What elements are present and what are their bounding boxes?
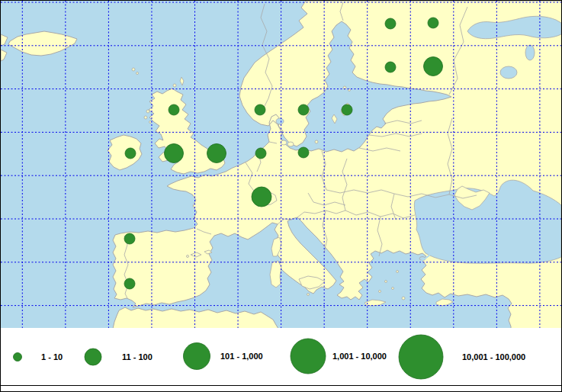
legend-label-4: 10,001 - 100,000 <box>462 352 525 361</box>
island-faroe <box>132 68 135 71</box>
legend-canvas: 1 - 1011 - 100101 - 1,0001,001 - 10,0001… <box>1 328 561 385</box>
island-hebrides3 <box>149 121 152 124</box>
record-symbol-baltic-gotland <box>342 104 352 115</box>
legend-label-0: 1 - 10 <box>41 352 63 361</box>
record-symbol-spain-northwest <box>124 233 135 244</box>
record-symbol-finland-north <box>385 18 396 29</box>
island-malta <box>307 294 310 296</box>
record-symbol-germany-north <box>298 147 309 158</box>
legend: 1 - 1011 - 100101 - 1,0001,001 - 10,0001… <box>1 328 561 386</box>
island-aegean4 <box>397 271 399 273</box>
island-hebrides2 <box>144 116 147 119</box>
record-symbol-russia-kola <box>428 18 438 28</box>
record-symbol-scotland <box>169 104 179 115</box>
island-aegean1 <box>385 281 387 283</box>
record-symbol-ireland <box>125 148 136 159</box>
legend-symbol-3 <box>291 339 326 374</box>
lake-onega <box>525 45 535 60</box>
island-ibiza <box>187 255 189 258</box>
island-faroe2 <box>136 72 139 75</box>
legend-label-2: 101 - 1,000 <box>220 352 263 361</box>
island-rhodes <box>402 297 405 300</box>
legend-symbol-0 <box>14 353 22 361</box>
record-symbol-switzerland <box>252 187 271 207</box>
map-area <box>1 1 561 328</box>
island-aegean2 <box>392 288 394 290</box>
lake-vanern <box>276 118 284 124</box>
record-symbol-england-southeast <box>207 144 226 163</box>
island-hebrides1 <box>146 110 149 113</box>
legend-label-1: 11 - 100 <box>122 352 153 361</box>
island-sardinia <box>270 261 281 288</box>
island-zealand <box>281 140 287 145</box>
island-orkney <box>173 84 176 87</box>
record-symbol-norway-south <box>255 104 265 115</box>
legend-label-3: 1,001 - 10,000 <box>332 352 387 361</box>
record-symbol-finland-south <box>385 62 396 72</box>
record-symbol-sweden-south <box>298 104 309 115</box>
map-frame: 1 - 1011 - 100101 - 1,0001,001 - 10,0001… <box>0 0 562 392</box>
island-aegean3 <box>379 291 381 293</box>
island-bornholm <box>315 140 318 143</box>
legend-symbol-1 <box>85 349 101 365</box>
legend-symbol-2 <box>184 343 210 370</box>
europe-map <box>1 1 561 328</box>
record-symbol-portugal-south <box>124 278 135 289</box>
island-funen <box>287 142 294 146</box>
legend-symbol-4 <box>399 335 443 379</box>
lake-ladoga <box>500 66 517 79</box>
record-symbol-russia-northwest <box>424 57 443 76</box>
record-symbol-england-wales <box>165 144 184 163</box>
record-symbol-netherlands <box>255 148 266 159</box>
